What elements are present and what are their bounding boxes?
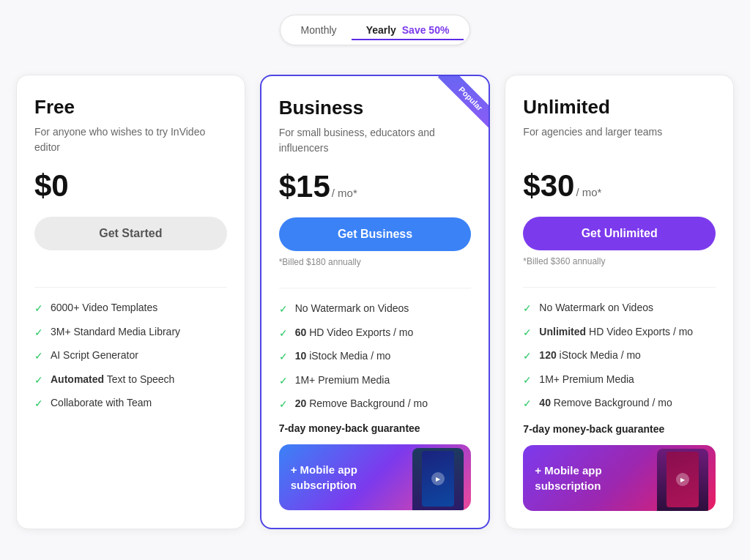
play-icon-unlimited: ▶ [676,473,689,486]
check-icon: ✓ [34,373,43,388]
get-unlimited-button[interactable]: Get Unlimited [523,217,716,250]
unlimited-billing-note: *Billed $360 annually [523,256,716,269]
check-icon: ✓ [279,397,288,412]
check-icon: ✓ [279,350,288,365]
list-item: ✓ 3M+ Standard Media Library [34,325,227,340]
check-icon: ✓ [523,349,532,364]
check-icon: ✓ [279,326,288,341]
check-icon: ✓ [523,302,532,316]
free-plan-price: $0 [34,168,227,204]
list-item: ✓ 10 iStock Media / mo [279,349,472,365]
yearly-toggle[interactable]: Yearly Save 50% [352,20,464,40]
business-billing-note: *Billed $180 annually [279,257,472,270]
free-plan-name: Free [34,96,227,119]
unlimited-plan-card: Unlimited For agencies and larger teams … [505,75,734,529]
unlimited-mobile-app-image: ▶ [657,449,708,511]
business-plan-name: Business [279,97,472,119]
unlimited-mobile-app-banner[interactable]: + Mobile appsubscription ▶ [523,445,716,511]
phone-screen: ▶ [422,451,454,507]
business-plan-price: $15 / mo* [279,169,472,204]
unlimited-money-back: 7-day money-back guarantee [523,423,716,435]
monthly-toggle[interactable]: Monthly [286,20,352,40]
unlimited-mobile-app-plus: + [535,464,541,477]
unlimited-plan-desc: For agencies and larger teams [523,124,716,155]
free-plan-card: Free For anyone who wishes to try InVide… [16,75,245,529]
check-icon: ✓ [523,326,532,340]
check-icon: ✓ [34,349,43,364]
unlimited-divider [523,287,716,288]
billing-toggle: Monthly Yearly Save 50% [280,15,471,45]
check-icon: ✓ [34,326,43,340]
unlimited-plan-name: Unlimited [523,96,716,119]
check-icon: ✓ [523,373,532,388]
get-business-button[interactable]: Get Business [279,217,472,251]
list-item: ✓ Automated Text to Speech [34,373,227,388]
list-item: ✓ 1M+ Premium Media [523,373,716,388]
list-item: ✓ 40 Remove Background / mo [523,396,716,411]
free-price-amount: $0 [34,168,69,204]
business-plan-desc: For small business, educators and influe… [279,125,472,156]
pricing-cards: Free For anyone who wishes to try InVide… [16,75,734,529]
list-item: ✓ 60 HD Video Exports / mo [279,326,472,341]
list-item: ✓ No Watermark on Videos [523,301,716,316]
phone-screen-unlimited: ▶ [667,452,699,507]
free-features-list: ✓ 6000+ Video Templates ✓ 3M+ Standard M… [34,301,227,511]
business-mobile-app-banner[interactable]: + Mobile appsubscription ▶ [279,444,472,510]
check-icon: ✓ [34,397,43,411]
check-icon: ✓ [34,302,43,316]
unlimited-features-list: ✓ No Watermark on Videos ✓ Unlimited HD … [523,301,716,413]
business-price-amount: $15 [279,169,330,204]
unlimited-price-amount: $30 [523,168,574,204]
list-item: ✓ 120 iStock Media / mo [523,348,716,364]
get-started-button[interactable]: Get Started [34,217,227,250]
business-features-list: ✓ No Watermark on Videos ✓ 60 HD Video E… [279,302,472,412]
business-divider [279,288,472,288]
free-divider [34,287,227,288]
save-badge: Save 50% [402,24,450,36]
free-plan-desc: For anyone who wishes to try InVideo edi… [34,124,227,155]
check-icon: ✓ [279,374,288,389]
list-item: ✓ No Watermark on Videos [279,302,472,317]
unlimited-plan-price: $30 / mo* [523,168,716,204]
play-icon: ▶ [431,472,445,485]
yearly-label: Yearly [366,24,396,36]
list-item: ✓ Collaborate with Team [34,396,227,411]
unlimited-mobile-app-text: + Mobile appsubscription [535,463,601,493]
business-money-back: 7-day money-back guarantee [279,422,472,434]
business-mobile-app-text: + Mobile appsubscription [291,462,357,493]
business-plan-card: Popular Business For small business, edu… [260,75,491,529]
list-item: ✓ Unlimited HD Video Exports / mo [523,325,716,340]
business-mobile-app-plus: + [291,463,297,476]
check-icon: ✓ [523,397,532,411]
unlimited-price-period: / mo* [576,186,601,198]
list-item: ✓ 20 Remove Background / mo [279,397,472,412]
business-mobile-app-image: ▶ [412,448,464,510]
free-billing-note [34,256,227,269]
list-item: ✓ 1M+ Premium Media [279,373,472,389]
business-price-period: / mo* [332,187,357,199]
list-item: ✓ AI Script Generator [34,348,227,364]
check-icon: ✓ [279,302,288,317]
list-item: ✓ 6000+ Video Templates [34,301,227,316]
